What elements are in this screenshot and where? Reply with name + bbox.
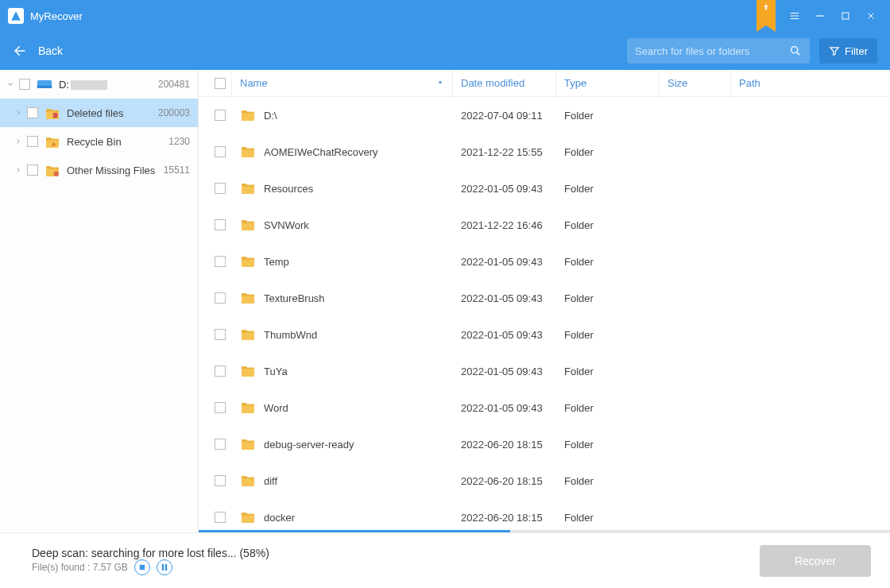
row-name: SVNWork (232, 218, 453, 233)
caret-down-icon[interactable] (5, 80, 16, 88)
main-panel: Name Date modified Type Size Path D:\202… (199, 70, 890, 532)
row-date: 2022-01-05 09:43 (453, 256, 556, 268)
table-row[interactable]: docker2022-06-20 18:15Folder (199, 499, 890, 530)
row-type: Folder (556, 439, 660, 451)
row-checkbox[interactable] (215, 256, 226, 267)
folder-deleted-icon (44, 106, 60, 120)
upload-icon (761, 3, 771, 13)
recover-button[interactable]: Recover (760, 545, 871, 577)
row-date: 2022-01-05 09:43 (453, 329, 556, 341)
row-checkbox[interactable] (215, 366, 226, 377)
sidebar: D: 200481 Deleted files200003Recycle Bin… (0, 70, 199, 532)
header-name[interactable]: Name (232, 70, 453, 96)
header-checkbox[interactable] (208, 70, 232, 96)
maximize-button[interactable] (834, 5, 857, 27)
row-name: TextureBrush (232, 291, 453, 306)
svg-point-2 (791, 47, 798, 53)
caret-right-icon[interactable] (13, 166, 24, 174)
table-row[interactable]: D:\2022-07-04 09:11Folder (199, 97, 890, 133)
file-rows[interactable]: D:\2022-07-04 09:11FolderAOMEIWeChatReco… (199, 97, 890, 530)
upgrade-badge[interactable] (756, 0, 776, 32)
drive-checkbox[interactable] (19, 79, 30, 90)
table-row[interactable]: ThumbWnd2022-01-05 09:43Folder (199, 316, 890, 353)
table-row[interactable]: diff2022-06-20 18:15Folder (199, 462, 890, 499)
table-row[interactable]: TextureBrush2022-01-05 09:43Folder (199, 280, 890, 316)
folder-missing-icon (44, 163, 60, 177)
close-icon (866, 11, 876, 21)
table-row[interactable]: SVNWork2021-12-22 16:46Folder (199, 207, 890, 243)
app-title: MyRecover (30, 10, 756, 22)
table-row[interactable]: TuYa2022-01-05 09:43Folder (199, 353, 890, 389)
item-checkbox[interactable] (27, 136, 38, 147)
back-label: Back (38, 44, 63, 57)
row-checkbox[interactable] (215, 183, 226, 194)
header-path[interactable]: Path (731, 70, 890, 96)
row-name: docker (232, 510, 453, 525)
header-type[interactable]: Type (556, 70, 660, 96)
sidebar-item[interactable]: Recycle Bin1230 (0, 127, 198, 156)
folder-icon (240, 364, 256, 379)
row-type: Folder (556, 512, 660, 524)
filter-icon (829, 45, 840, 56)
row-checkbox[interactable] (215, 110, 226, 121)
row-checkbox[interactable] (215, 219, 226, 230)
stop-icon (139, 564, 145, 571)
row-name: TuYa (232, 364, 453, 379)
row-type: Folder (556, 475, 660, 487)
row-date: 2022-06-20 18:15 (453, 475, 556, 487)
close-button[interactable] (860, 5, 882, 27)
caret-right-icon[interactable] (13, 137, 24, 145)
table-row[interactable]: Resources2022-01-05 09:43Folder (199, 170, 890, 207)
back-button[interactable]: Back (13, 44, 63, 58)
search-icon[interactable] (789, 44, 802, 57)
pause-button[interactable] (157, 559, 172, 575)
svg-marker-0 (11, 11, 21, 21)
table-row[interactable]: Temp2022-01-05 09:43Folder (199, 243, 890, 280)
minimize-button[interactable] (809, 5, 831, 27)
header-size[interactable]: Size (660, 70, 731, 96)
sort-asc-icon (436, 77, 444, 89)
row-checkbox[interactable] (215, 402, 226, 413)
folder-icon (240, 181, 256, 196)
folder-icon (240, 327, 256, 342)
row-checkbox[interactable] (215, 512, 226, 523)
pause-icon (161, 564, 168, 571)
content: D: 200481 Deleted files200003Recycle Bin… (0, 70, 890, 532)
row-name: D:\ (232, 108, 453, 123)
row-type: Folder (556, 110, 660, 122)
item-checkbox[interactable] (27, 107, 38, 118)
sidebar-item[interactable]: Deleted files200003 (0, 99, 198, 127)
row-checkbox[interactable] (215, 146, 226, 157)
row-checkbox[interactable] (215, 475, 226, 486)
drive-icon (37, 77, 52, 91)
tree-drive-row[interactable]: D: 200481 (0, 70, 198, 99)
row-type: Folder (556, 219, 660, 231)
minimize-icon (815, 10, 826, 21)
row-type: Folder (556, 402, 660, 414)
folder-icon (240, 510, 256, 525)
menu-button[interactable] (784, 5, 806, 27)
row-date: 2022-01-05 09:43 (453, 402, 556, 414)
caret-right-icon[interactable] (13, 109, 24, 117)
row-name: diff (232, 474, 453, 489)
row-checkbox[interactable] (215, 292, 226, 304)
row-date: 2021-12-22 16:46 (453, 219, 556, 231)
search-input[interactable] (635, 45, 789, 57)
row-date: 2022-01-05 09:43 (453, 183, 556, 195)
sidebar-item[interactable]: Other Missing Files15511 (0, 156, 198, 184)
row-checkbox[interactable] (215, 439, 226, 450)
item-checkbox[interactable] (27, 164, 38, 176)
search-box[interactable] (627, 38, 810, 64)
scan-progress (199, 530, 890, 532)
table-row[interactable]: debug-server-ready2022-06-20 18:15Folder (199, 426, 890, 462)
stop-button[interactable] (134, 559, 150, 575)
window-controls (784, 5, 882, 27)
table-row[interactable]: AOMEIWeChatRecovery2021-12-22 15:55Folde… (199, 133, 890, 170)
row-checkbox[interactable] (215, 329, 226, 340)
row-date: 2021-12-22 15:55 (453, 146, 556, 158)
header-date[interactable]: Date modified (453, 70, 556, 96)
back-arrow-icon (13, 44, 27, 58)
table-row[interactable]: Word2022-01-05 09:43Folder (199, 389, 890, 426)
svg-rect-4 (37, 86, 52, 88)
filter-button[interactable]: Filter (819, 38, 877, 64)
